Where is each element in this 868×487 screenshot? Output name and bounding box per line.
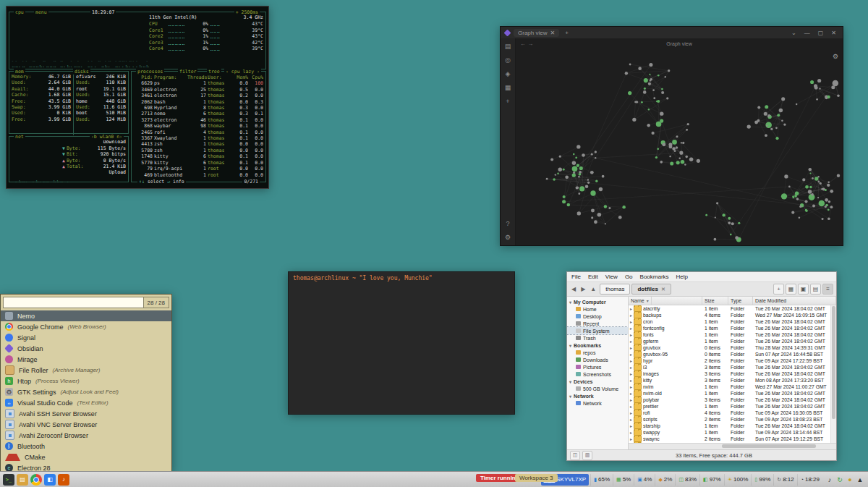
tray-battery[interactable]: ▮65% [590, 474, 613, 486]
process-row[interactable]: 4413zsh1thomas0.00.0 [132, 141, 265, 147]
media-player-icon[interactable]: ♪ [58, 474, 69, 486]
sidebar-item-500-gb-volume[interactable]: 500 GB Volume [567, 385, 628, 392]
process-row[interactable]: 868waybar98thomas0.10.0 [132, 123, 265, 129]
process-row[interactable]: 2713nemo6thomas0.30.1 [132, 111, 265, 117]
tray-uptime[interactable]: ↻8:12 [773, 474, 796, 486]
ribbon-settings-icon[interactable]: ⚙ [505, 234, 511, 241]
horizontal-scrollbar[interactable] [629, 443, 836, 449]
new-tab-button[interactable]: + [563, 30, 571, 36]
tree-toggle[interactable]: tree [207, 69, 221, 75]
tray-cpu[interactable]: ▣4% [634, 474, 655, 486]
sidebar-item-desktop[interactable]: Desktop [567, 313, 628, 320]
process-row[interactable]: 469bluetoothd1root0.00.0 [132, 172, 265, 178]
process-row[interactable]: 2465rofi4thomas0.10.0 [132, 130, 265, 135]
tree-view-toggle-icon[interactable]: ▥ [582, 451, 592, 460]
column-header-size[interactable]: Size [702, 297, 728, 305]
file-row[interactable]: ▸scripts2 itemsFolderTue 09 Apr 2024 18:… [629, 416, 836, 423]
terminal-window[interactable]: thomas@archlinux ~ "I love you, Munchie" [288, 271, 515, 415]
sidebar-item-trash[interactable]: Trash [567, 334, 628, 342]
sidebar-item-pictures[interactable]: Pictures [567, 363, 628, 370]
graph-settings-gear-icon[interactable]: ⚙ [833, 53, 838, 60]
expander-icon[interactable]: ▸ [630, 384, 632, 389]
file-row[interactable]: ▸i33 itemsFolderTue 26 Mar 2024 18:04:02… [629, 364, 836, 370]
tab-list-dropdown-icon[interactable]: ⌄ [789, 30, 799, 36]
launcher-item-cmake[interactable]: CMake [1, 452, 171, 462]
file-row[interactable]: ▸gpferm1 itemFolderTue 26 Mar 2024 18:04… [629, 338, 836, 344]
file-row[interactable]: ▸prettier1 itemFolderTue 26 Mar 2024 18:… [629, 403, 836, 410]
column-header-name[interactable]: Name ▾ [629, 297, 702, 305]
process-row[interactable]: 5770kitty6thomas0.10.0 [132, 160, 265, 166]
ribbon-files-icon[interactable]: ▤ [505, 43, 511, 50]
launcher-search-input[interactable] [4, 298, 143, 307]
process-list[interactable]: 6629ps1thomas0.01003469electron25thomas0… [132, 80, 265, 178]
expander-icon[interactable]: ▸ [630, 326, 632, 331]
launcher-item-google-chrome[interactable]: Google Chrome(Web Browser) [1, 321, 171, 332]
process-row[interactable]: 1748kitty6thomas0.10.0 [132, 153, 265, 159]
file-row[interactable]: ▸nvim1 itemFolderWed 27 Mar 2024 11:00:2… [629, 384, 836, 390]
tray-ram[interactable]: ▦5% [613, 474, 634, 486]
launcher-item-obsidian[interactable]: Obsidian [1, 343, 171, 354]
launcher-item-bluetooth[interactable]: Bluetooth [1, 441, 171, 452]
file-row[interactable]: ▸kitty3 itemsFolderMon 08 Apr 2024 17:33… [629, 377, 836, 384]
sidebar-item-screenshots[interactable]: Screenshots [567, 370, 628, 378]
text-editor-icon[interactable]: ◧ [44, 474, 56, 486]
launcher-item-avahi-zeroconf-browser[interactable]: Avahi Zeroconf Browser [1, 430, 171, 441]
launcher-item-avahi-ssh-server-browser[interactable]: Avahi SSH Server Browser [1, 408, 171, 419]
process-row[interactable]: 79irq/9-acpi1root0.00.0 [132, 166, 265, 171]
update-interval-control[interactable]: + 2500ms [234, 9, 260, 15]
sidebar-item-network[interactable]: Network [567, 399, 628, 407]
tray-temp[interactable]: ◆2% [655, 474, 675, 486]
ribbon-help-icon[interactable]: ? [506, 220, 509, 227]
expander-icon[interactable]: ▸ [630, 397, 632, 402]
process-row[interactable]: 3469electron25thomas0.50.0 [132, 87, 265, 93]
file-row[interactable]: ▸hypr2 itemsFolderTue 09 Apr 2024 17:22:… [629, 357, 836, 364]
launcher-item-nemo[interactable]: Nemo [1, 310, 171, 321]
nav-arrows[interactable]: ← → [520, 41, 533, 47]
tab-close-icon[interactable]: ✕ [550, 30, 555, 36]
expander-icon[interactable]: ▸ [630, 319, 632, 324]
up-icon[interactable]: ▲ [589, 286, 597, 292]
launcher-item-gtk-settings[interactable]: GTK Settings(Adjust Look and Feel) [1, 386, 171, 397]
tab-close-icon[interactable]: ✕ [661, 287, 665, 292]
expander-icon[interactable]: ▸ [630, 423, 632, 428]
process-row[interactable]: 3273electron46thomas0.10.0 [132, 117, 265, 123]
process-row[interactable]: 6629ps1thomas0.0100 [132, 80, 265, 86]
expander-icon[interactable]: ▸ [630, 371, 632, 376]
expander-icon[interactable]: ▸ [630, 404, 632, 409]
close-icon[interactable]: ✕ [829, 30, 838, 36]
sidebar-item-home[interactable]: Home [567, 305, 628, 313]
file-row[interactable]: ▸cron1 itemFolderTue 26 Mar 2024 18:04:0… [629, 318, 836, 325]
sidebar-section-bookmarks[interactable]: ▾Bookmarks [567, 342, 628, 349]
launcher-item-visual-studio-code[interactable]: Visual Studio Code(Text Editor) [1, 397, 171, 408]
sidebar-item-recent[interactable]: Recent [567, 320, 628, 327]
expander-icon[interactable]: ▸ [630, 436, 632, 441]
forward-icon[interactable]: ▶ [579, 286, 587, 292]
launcher-item-mirage[interactable]: Mirage [1, 354, 171, 365]
detailed-view-icon[interactable]: ≡ [822, 284, 833, 295]
file-row[interactable]: ▸swappy1 itemFolderTue 09 Apr 2024 18:14… [629, 429, 836, 436]
file-row[interactable]: ▸alacritty1 itemFolderTue 26 Mar 2024 18… [629, 305, 836, 312]
expander-icon[interactable]: ▸ [630, 365, 632, 370]
menu-view[interactable]: View [605, 274, 618, 280]
back-icon[interactable]: ◀ [570, 286, 577, 292]
tray-brightness[interactable]: ☀100% [724, 474, 752, 486]
launcher-item-avahi-vnc-server-browser[interactable]: Avahi VNC Server Browser [1, 419, 171, 430]
launcher-item-signal[interactable]: Signal [1, 332, 171, 343]
workspace-badge[interactable]: Workspace 3 [515, 474, 558, 482]
file-row[interactable]: ▸fonts1 itemFolderTue 26 Mar 2024 18:04:… [629, 331, 836, 338]
sidebar-item-downloads[interactable]: Downloads [567, 356, 628, 363]
knowledge-graph[interactable] [516, 48, 843, 245]
expander-icon[interactable]: ▸ [630, 313, 632, 318]
file-row[interactable]: ▸gruvbox0 itemsFolderThu 28 Mar 2024 14:… [629, 344, 836, 351]
column-headers[interactable]: Name ▾SizeTypeDate Modified [629, 297, 836, 305]
process-row[interactable]: 2062bash1thomas0.00.3 [132, 99, 265, 105]
expander-icon[interactable]: ▸ [630, 358, 632, 363]
expander-icon[interactable]: ▸ [630, 410, 632, 415]
terminal-icon[interactable]: >_ [3, 474, 14, 486]
maximize-icon[interactable]: ▢ [816, 30, 826, 36]
expander-icon[interactable]: ▸ [630, 345, 632, 350]
thumbnail-view-icon[interactable]: ▣ [798, 284, 809, 295]
graph-canvas[interactable] [516, 48, 843, 245]
ribbon-new-note-icon[interactable]: + [506, 98, 509, 105]
web-browser-icon[interactable] [30, 474, 42, 486]
